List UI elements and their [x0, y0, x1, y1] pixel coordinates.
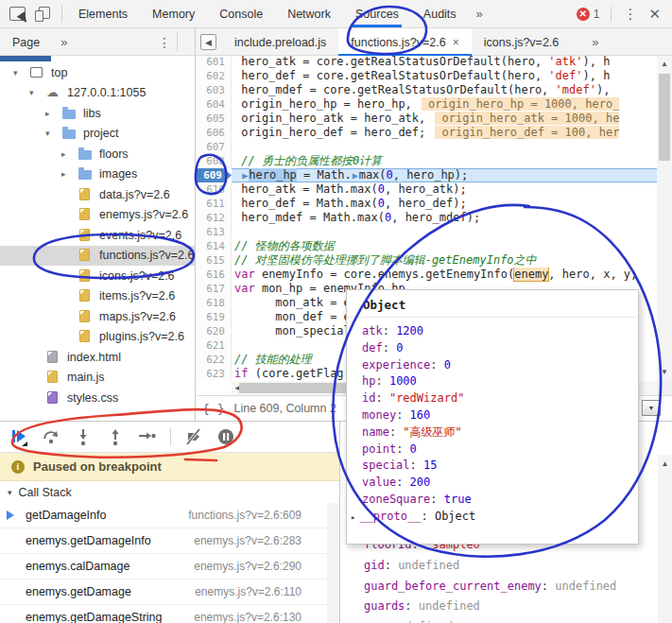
scroll-up-icon[interactable]: ▲	[657, 58, 672, 71]
editor-vscroll-thumb[interactable]	[659, 74, 670, 161]
resume-button[interactable]	[9, 427, 28, 446]
step-button[interactable]	[138, 427, 157, 446]
line-number[interactable]: 608	[197, 154, 232, 168]
line-number[interactable]: 607	[197, 140, 232, 154]
navigator-tab-page[interactable]: Page	[0, 36, 40, 49]
call-stack-scrollbar[interactable]	[327, 503, 339, 623]
call-stack-frame[interactable]: getDamageInfofunctions.js?v=2.6:609	[0, 503, 339, 528]
editor-tab-functions-js-v-2-6[interactable]: functions.js?v=2.6×	[338, 28, 471, 56]
call-stack-frame[interactable]: enemys.calDamageenemys.js?v=2.6:290	[0, 554, 339, 580]
tree-item-items-js-v-2-6[interactable]: items.js?v=2.6	[0, 286, 195, 307]
continue-to-here-icon[interactable]: ▶	[352, 170, 359, 181]
panel-tab-network[interactable]: Network	[275, 0, 343, 27]
inspect-element-icon[interactable]	[9, 7, 26, 21]
code-line-603[interactable]: 603 hero_mdef = core.getRealStatusOrDefa…	[197, 83, 657, 97]
scope-variable-guard_before_current_enemy[interactable]: guard_before_current_enemy: undefined	[364, 577, 616, 597]
tree-item-project[interactable]: ▾project	[0, 124, 195, 145]
breakpoint-marker[interactable]: 609	[197, 168, 232, 182]
panel-tab-console[interactable]: Console	[207, 0, 275, 27]
device-toolbar-icon[interactable]	[35, 7, 50, 22]
line-number[interactable]: 617	[197, 282, 232, 296]
tree-item-index-html[interactable]: index.html	[0, 347, 195, 368]
tree-item-enemys-js-v-2-6[interactable]: enemys.js?v=2.6	[0, 205, 195, 226]
line-number[interactable]: 612	[197, 211, 232, 225]
tree-disclosure-icon[interactable]: ▾	[8, 68, 30, 78]
editor-tab-include-preload-js[interactable]: include.preload.js	[222, 28, 338, 56]
line-number[interactable]: 611	[197, 197, 232, 211]
code-line-608[interactable]: 608 // 勇士的负属性都按0计算	[197, 154, 657, 168]
scope-variable-gid[interactable]: gid: undefined	[364, 556, 616, 577]
editor-tab-icons-js-v-2-6[interactable]: icons.js?v=2.6	[472, 28, 572, 56]
tree-item-127-0-0-1-1055[interactable]: ▾☁127.0.0.1:1055	[0, 83, 195, 104]
tree-item-images[interactable]: ▸images	[0, 164, 195, 185]
tree-disclosure-icon[interactable]: ▾	[24, 88, 46, 97]
panel-tab-elements[interactable]: Elements	[66, 0, 140, 27]
tree-item-libs[interactable]: ▸libs	[0, 103, 195, 124]
code-line-612[interactable]: 612 hero_mdef = Math.max(0, hero_mdef);	[197, 211, 657, 225]
code-line-606[interactable]: 606 origin_hero_def = hero_def; origin_h…	[197, 126, 657, 140]
tree-item-plugins-js-v-2-6[interactable]: plugins.js?v=2.6	[0, 327, 195, 348]
tree-item-data-js-v-2-6[interactable]: data.js?v=2.6	[0, 184, 195, 205]
tooltip-property-proto[interactable]: ▸__proto__: Object	[351, 509, 638, 527]
call-stack-header[interactable]: ▾ Call Stack	[0, 481, 339, 503]
line-number[interactable]: 620	[197, 324, 232, 338]
navigator-more-tabs-chevron[interactable]: »	[40, 35, 67, 49]
scroll-up-icon[interactable]: ▲	[658, 458, 672, 471]
code-line-604[interactable]: 604 origin_hero_hp = hero_hp, origin_her…	[197, 97, 657, 112]
tree-disclosure-icon[interactable]: ▸	[56, 169, 78, 179]
step-into-button[interactable]	[74, 427, 93, 446]
code-line-605[interactable]: 605 origin_hero_atk = hero_atk, origin_h…	[197, 112, 657, 126]
expand-triangle-icon[interactable]: ▸	[351, 512, 359, 522]
line-number[interactable]: 616	[197, 268, 232, 282]
code-line-610[interactable]: 610 hero_atk = Math.max(0, hero_atk);	[197, 182, 657, 197]
close-tab-icon[interactable]: ×	[453, 36, 459, 49]
line-number[interactable]: 610	[197, 182, 232, 197]
tree-item-top[interactable]: ▾top	[0, 62, 195, 83]
call-stack-frame[interactable]: enemys.getDamageInfoenemys.js?v=2.6:283	[0, 528, 339, 554]
call-stack-frame[interactable]: enemys.getDamageenemys.js?v=2.6:110	[0, 580, 339, 605]
status-dropdown[interactable]: ▼	[642, 400, 661, 416]
tree-item-events-js-v-2-6[interactable]: events.js?v=2.6	[0, 225, 195, 246]
line-number[interactable]: 603	[197, 83, 232, 97]
code-line-601[interactable]: 601 hero_atk = core.getRealStatusOrDefau…	[197, 56, 657, 69]
close-devtools-icon[interactable]: ✕	[648, 6, 661, 23]
tree-item-functions-js-v-2-6[interactable]: functions.js?v=2.6	[0, 246, 195, 267]
pretty-print-icon[interactable]: { }	[197, 402, 233, 416]
tree-item-icons-js-v-2-6[interactable]: icons.js?v=2.6	[0, 266, 195, 286]
line-number[interactable]: 613	[197, 225, 232, 239]
pause-on-exceptions-button[interactable]	[216, 427, 235, 446]
line-number[interactable]: 619	[197, 310, 232, 324]
error-badge[interactable]: ✕ 1	[577, 8, 600, 21]
panel-tab-sources[interactable]: Sources	[343, 0, 411, 27]
editor-vertical-scrollbar[interactable]: ▲ ▼	[657, 56, 672, 381]
line-number[interactable]: 614	[197, 239, 232, 253]
tree-item-floors[interactable]: ▸floors	[0, 144, 195, 164]
line-number[interactable]: 615	[197, 253, 232, 268]
more-panels-chevron[interactable]: »	[469, 7, 491, 21]
panel-tab-audits[interactable]: Audits	[411, 0, 469, 27]
code-line-611[interactable]: 611 hero_def = Math.max(0, hero_def);	[197, 197, 657, 211]
code-line-616[interactable]: 616var enemyInfo = core.enemys.getEnemyI…	[197, 268, 657, 282]
line-number[interactable]: 606	[197, 126, 232, 140]
code-line-613[interactable]: 613	[197, 225, 657, 239]
tree-item-styles-css[interactable]: styles.css	[0, 388, 195, 408]
line-number[interactable]: 622	[197, 353, 232, 367]
step-out-button[interactable]	[106, 427, 125, 446]
line-number[interactable]: 621	[197, 338, 232, 353]
panel-tab-memory[interactable]: Memory	[140, 0, 207, 27]
tree-disclosure-icon[interactable]: ▸	[56, 149, 78, 159]
line-number[interactable]: 618	[197, 296, 232, 310]
tree-disclosure-icon[interactable]: ▸	[40, 109, 62, 118]
scope-variable-guards[interactable]: guards: undefined	[364, 597, 616, 617]
code-line-602[interactable]: 602 hero_def = core.getRealStatusOrDefau…	[197, 69, 657, 83]
code-line-607[interactable]: 607	[197, 140, 657, 154]
tree-item-maps-js-v-2-6[interactable]: maps.js?v=2.6	[0, 306, 195, 327]
code-line-614[interactable]: 614// 怪物的各项数据	[197, 239, 657, 253]
scope-scrollbar[interactable]: ▲	[658, 455, 672, 623]
toggle-navigator-icon[interactable]: ◀	[200, 34, 216, 50]
line-number[interactable]: 604	[197, 97, 232, 112]
scope-variable-gx[interactable]: gx: undefined	[364, 617, 616, 623]
editor-more-tabs-chevron[interactable]: »	[571, 35, 598, 49]
scroll-down-icon[interactable]: ▼	[657, 366, 672, 379]
line-number[interactable]: 601	[197, 56, 232, 69]
